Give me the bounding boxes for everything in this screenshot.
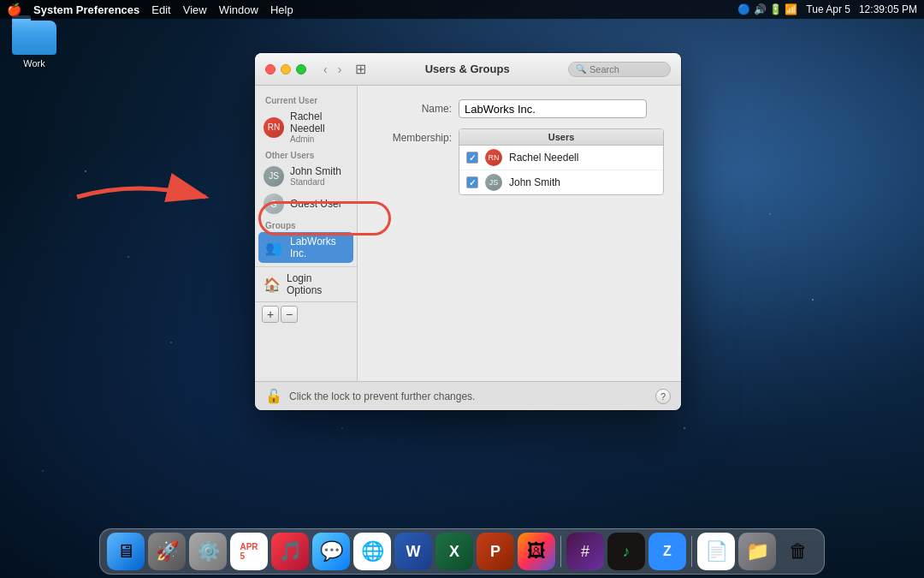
- dock-system-preferences[interactable]: ⚙️: [189, 533, 227, 570]
- dock-chrome[interactable]: 🌐: [353, 533, 391, 570]
- unknown-icon: 📁: [746, 540, 769, 563]
- grid-view-button[interactable]: ⊞: [355, 61, 366, 77]
- menubar-window[interactable]: Window: [219, 3, 258, 16]
- dock-spotify[interactable]: ♪: [607, 533, 645, 570]
- menubar-app-name[interactable]: System Preferences: [33, 3, 139, 16]
- dock-excel[interactable]: X: [435, 533, 473, 570]
- member-avatar-rachel: RN: [485, 149, 502, 166]
- music-icon: 🎵: [279, 540, 302, 563]
- main-content: Name: Membership: Users RN Rachel Needel…: [358, 86, 681, 381]
- photos-icon: 🖼: [527, 540, 546, 563]
- checkbox-john[interactable]: [466, 176, 478, 188]
- traffic-lights: [265, 64, 306, 74]
- folder-label: Work: [23, 58, 44, 69]
- powerpoint-icon: P: [490, 543, 500, 561]
- arrow-annotation: [68, 171, 222, 226]
- window-footer: 🔓 Click the lock to prevent further chan…: [255, 381, 681, 410]
- menubar-left: 🍎 System Preferences Edit View Window He…: [7, 3, 293, 16]
- dock-messages[interactable]: 💬: [312, 533, 350, 570]
- launchpad-icon: 🚀: [156, 540, 179, 563]
- dock-calendar[interactable]: APR5: [230, 533, 268, 570]
- menubar-edit[interactable]: Edit: [151, 3, 170, 16]
- system-preferences-window: ‹ › ⊞ Users & Groups 🔍 Current User RN R…: [255, 53, 681, 410]
- sidebar-item-labworks[interactable]: 👥 LabWorks Inc.: [258, 232, 353, 263]
- membership-row-john[interactable]: JS John Smith: [459, 170, 663, 194]
- minimize-button[interactable]: [281, 64, 291, 74]
- login-options-item[interactable]: 🏠 Login Options: [255, 266, 357, 301]
- dock-finder[interactable]: 🖥: [107, 533, 145, 570]
- dock-launchpad[interactable]: 🚀: [148, 533, 186, 570]
- dock-word[interactable]: W: [394, 533, 432, 570]
- search-input[interactable]: [589, 64, 662, 74]
- zoom-icon: Z: [663, 544, 672, 559]
- footer-text: Click the lock to prevent further change…: [289, 390, 475, 402]
- dock-divider: [560, 536, 561, 567]
- membership-row-rachel[interactable]: RN Rachel Needell: [459, 146, 663, 170]
- lock-icon[interactable]: 🔓: [265, 388, 282, 404]
- apple-menu[interactable]: 🍎: [7, 3, 21, 16]
- window-title: Users & Groups: [373, 63, 561, 75]
- membership-box: Users RN Rachel Needell JS John Smith: [459, 128, 664, 195]
- labworks-info: LabWorks Inc.: [290, 235, 348, 259]
- rachel-info: Rachel Needell Admin: [290, 110, 348, 144]
- avatar-rachel: RN: [264, 117, 284, 138]
- dock-powerpoint[interactable]: P: [477, 533, 514, 570]
- search-icon: 🔍: [576, 64, 586, 74]
- avatar-john: JS: [264, 166, 284, 187]
- name-field-row: Name:: [375, 99, 664, 118]
- dock-divider-2: [691, 536, 692, 567]
- membership-field-row: Membership: Users RN Rachel Needell JS: [375, 128, 664, 195]
- avatar-guest: G: [264, 194, 284, 214]
- checkbox-rachel[interactable]: [466, 152, 478, 164]
- dock-preview[interactable]: 📄: [697, 533, 735, 570]
- login-icon: 🏠: [264, 277, 281, 293]
- rachel-sub: Admin: [290, 134, 348, 144]
- menubar-view[interactable]: View: [183, 3, 207, 16]
- folder-icon: [12, 21, 56, 55]
- add-button[interactable]: +: [262, 306, 279, 323]
- menubar-right: 🔵 🔊 🔋 📶 Tue Apr 5 12:39:05 PM: [737, 3, 917, 15]
- guest-name: Guest User: [290, 198, 342, 210]
- trash-icon: 🗑: [789, 540, 808, 563]
- sidebar-item-guest[interactable]: G Guest User: [255, 190, 357, 217]
- help-button[interactable]: ?: [655, 389, 671, 404]
- section-current-user: Current User: [255, 92, 357, 107]
- window-body: Current User RN Rachel Needell Admin Oth…: [255, 86, 681, 381]
- spotify-icon: ♪: [623, 543, 631, 561]
- section-other-users: Other Users: [255, 147, 357, 162]
- finder-icon: 🖥: [116, 540, 135, 563]
- desktop-folder-work[interactable]: Work: [4, 21, 64, 69]
- back-button[interactable]: ‹: [320, 61, 331, 78]
- desktop: 🍎 System Preferences Edit View Window He…: [0, 0, 924, 578]
- remove-button[interactable]: −: [281, 306, 298, 323]
- sidebar: Current User RN Rachel Needell Admin Oth…: [255, 86, 358, 381]
- menubar-help[interactable]: Help: [270, 3, 293, 16]
- search-box[interactable]: 🔍: [568, 62, 671, 77]
- chrome-icon: 🌐: [361, 540, 384, 563]
- slack-icon: #: [581, 543, 589, 561]
- sidebar-item-john[interactable]: JS John Smith Standard: [255, 162, 357, 190]
- john-sub: Standard: [290, 177, 341, 187]
- dock-photos[interactable]: 🖼: [518, 533, 555, 570]
- dock: 🖥 🚀 ⚙️ APR5 🎵 💬 🌐 W X P 🖼: [99, 528, 825, 575]
- guest-info: Guest User: [290, 198, 342, 210]
- rachel-name: Rachel Needell: [290, 110, 348, 134]
- word-icon: W: [406, 543, 421, 561]
- maximize-button[interactable]: [296, 64, 306, 74]
- forward-button[interactable]: ›: [335, 61, 346, 78]
- sidebar-item-rachel[interactable]: RN Rachel Needell Admin: [255, 107, 357, 147]
- excel-icon: X: [449, 543, 459, 561]
- login-options-label: Login Options: [287, 272, 348, 296]
- nav-arrows: ‹ ›: [320, 61, 345, 78]
- dock-trash[interactable]: 🗑: [779, 533, 817, 570]
- dock-unknown[interactable]: 📁: [738, 533, 776, 570]
- sidebar-toolbar: + −: [255, 301, 357, 326]
- dock-slack[interactable]: #: [566, 533, 604, 570]
- dock-music[interactable]: 🎵: [271, 533, 309, 570]
- name-input[interactable]: [459, 99, 647, 118]
- membership-header: Users: [459, 129, 663, 146]
- dock-zoom[interactable]: Z: [649, 533, 686, 570]
- window-titlebar: ‹ › ⊞ Users & Groups 🔍: [255, 53, 681, 86]
- close-button[interactable]: [265, 64, 275, 74]
- preview-icon: 📄: [705, 540, 728, 563]
